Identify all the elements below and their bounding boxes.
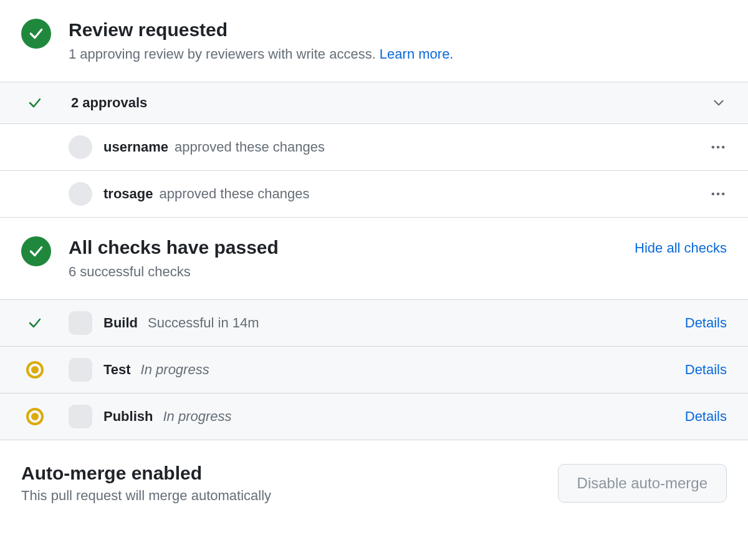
check-name: Publish bbox=[103, 408, 153, 425]
automerge-title: Auto-merge enabled bbox=[21, 463, 558, 484]
automerge-subtext: This pull request will merge automatical… bbox=[21, 488, 558, 504]
reviewer-name: username bbox=[103, 139, 168, 155]
checks-title: All checks have passed bbox=[69, 236, 635, 259]
approvals-toggle[interactable]: 2 approvals bbox=[0, 82, 748, 124]
check-caption: In progress bbox=[163, 408, 684, 425]
check-details-link[interactable]: Details bbox=[685, 315, 727, 331]
svg-point-0 bbox=[712, 145, 715, 148]
check-avatar bbox=[69, 311, 92, 335]
check-name: Build bbox=[103, 315, 138, 331]
check-progress-icon bbox=[25, 408, 45, 425]
svg-point-1 bbox=[717, 145, 720, 148]
check-success-icon bbox=[25, 316, 45, 331]
avatar bbox=[69, 182, 92, 206]
check-details-link[interactable]: Details bbox=[685, 362, 727, 378]
approvals-summary: 2 approvals bbox=[71, 95, 711, 111]
check-list: BuildSuccessful in 14mDetailsTestIn prog… bbox=[0, 299, 748, 440]
svg-point-2 bbox=[722, 145, 725, 148]
svg-point-4 bbox=[717, 192, 720, 195]
check-row: PublishIn progressDetails bbox=[0, 393, 748, 440]
check-name: Test bbox=[103, 362, 131, 378]
disable-automerge-button[interactable]: Disable auto-merge bbox=[558, 464, 727, 503]
check-row: TestIn progressDetails bbox=[0, 346, 748, 393]
review-title: Review requested bbox=[69, 19, 727, 41]
svg-point-5 bbox=[722, 192, 725, 195]
automerge-section: Auto-merge enabled This pull request wil… bbox=[0, 440, 748, 510]
check-avatar bbox=[69, 358, 92, 382]
check-details-link[interactable]: Details bbox=[685, 408, 727, 425]
reviewer-list: usernameapproved these changestrosageapp… bbox=[0, 124, 748, 218]
check-caption: In progress bbox=[141, 362, 685, 378]
svg-point-3 bbox=[712, 192, 715, 195]
check-caption: Successful in 14m bbox=[148, 315, 685, 331]
reviewer-row: usernameapproved these changes bbox=[0, 124, 748, 171]
learn-more-link[interactable]: Learn more. bbox=[380, 46, 454, 62]
reviewer-action: approved these changes bbox=[159, 186, 709, 202]
review-subtext: 1 approving review by reviewers with wri… bbox=[69, 45, 727, 64]
hide-all-checks-link[interactable]: Hide all checks bbox=[635, 240, 727, 256]
reviewer-name: trosage bbox=[103, 186, 153, 202]
success-circle-icon bbox=[21, 236, 51, 266]
review-section: Review requested 1 approving review by r… bbox=[0, 0, 748, 82]
reviewer-row: trosageapproved these changes bbox=[0, 171, 748, 218]
check-avatar bbox=[69, 405, 92, 428]
kebab-icon[interactable] bbox=[709, 138, 727, 156]
check-icon bbox=[27, 95, 42, 110]
checks-subtext: 6 successful checks bbox=[69, 263, 635, 282]
avatar bbox=[69, 135, 92, 159]
kebab-icon[interactable] bbox=[709, 185, 727, 203]
reviewer-action: approved these changes bbox=[175, 139, 709, 155]
check-row: BuildSuccessful in 14mDetails bbox=[0, 299, 748, 346]
checks-section: All checks have passed 6 successful chec… bbox=[0, 218, 748, 299]
chevron-down-icon bbox=[711, 95, 727, 111]
check-progress-icon bbox=[25, 361, 45, 379]
success-circle-icon bbox=[21, 19, 51, 49]
